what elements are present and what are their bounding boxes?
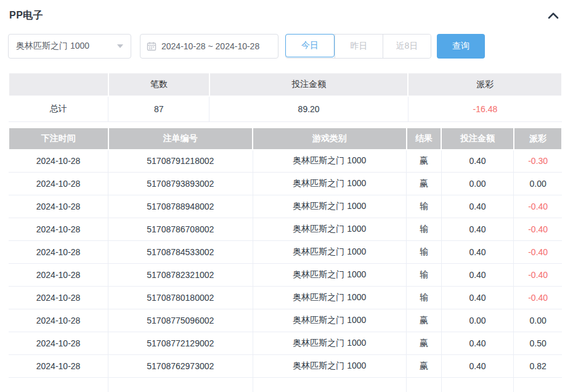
summary-header-count: 笔数 [108,73,209,96]
cell-bet-id: 51708775096002 [108,309,253,332]
cell-bet-time: 2024-10-28 [9,218,108,241]
cell-bet-id: 51708793893002 [108,173,253,195]
cell-bet-time: 2024-10-28 [9,309,108,332]
query-button[interactable]: 查询 [437,34,485,59]
table-row: 2024-10-28 51708780180002 奥林匹斯之门 1000 输 … [9,287,562,309]
cell-payout: -0.40 [514,241,562,264]
cell-bet-amount: 0.40 [441,195,514,218]
cell-game-category: 奥林匹斯之门 1000 [253,241,407,264]
cell-bet-id: 51708791218002 [108,150,253,173]
cell-bet-id: 51708784533002 [108,241,253,264]
cell-result: 赢 [407,309,442,332]
cell-bet-amount: 0.40 [441,241,514,264]
summary-header-empty [9,73,108,96]
cell-game-category: 奥林匹斯之门 1000 [253,264,407,287]
detail-header-game-category: 游戏类别 [253,128,407,150]
calendar-icon [147,41,156,51]
cell-bet-amount: 0.40 [441,264,514,287]
cell-game-category: 奥林匹斯之门 1000 [253,332,407,355]
cell-game-category: 奥林匹斯之门 1000 [253,195,407,218]
cell-bet-amount: 0.40 [441,150,514,173]
cell-payout: 0.00 [514,309,562,332]
table-row: 2024-10-28 51708786708002 奥林匹斯之门 1000 输 … [9,218,562,241]
detail-header-result: 结果 [407,128,442,150]
cell-game-category: 奥林匹斯之门 1000 [253,218,407,241]
cell-payout: -0.40 [514,264,562,287]
table-row: 2024-10-28 51708772129002 奥林匹斯之门 1000 赢 … [9,332,562,355]
detail-header-bet-id: 注单编号 [108,128,253,150]
cell-bet-id: 51708762973002 [108,355,253,378]
table-row: 2024-10-28 51708784533002 奥林匹斯之门 1000 输 … [9,241,562,264]
cell-game-category: 奥林匹斯之门 1000 [253,287,407,309]
pp-electronic-panel: PP电子 奥林匹斯之门 1000 [0,0,573,392]
panel-header: PP电子 [8,9,563,22]
cell-bet-time: 2024-10-28 [9,195,108,218]
cell-result: 赢 [407,150,442,173]
cell-bet-time: 2024-10-28 [9,287,108,309]
cell-payout: -0.40 [514,218,562,241]
cell-bet-time: 2024-10-28 [9,264,108,287]
table-row-partial [9,378,562,392]
cell-bet-time: 2024-10-28 [9,332,108,355]
date-range-picker[interactable]: 2024-10-28 ~ 2024-10-28 [140,34,278,59]
cell-result: 赢 [407,173,442,195]
cell-game-category: 奥林匹斯之门 1000 [253,309,407,332]
collapse-button[interactable] [545,9,561,22]
cell-result: 输 [407,195,442,218]
cell-result: 赢 [407,355,442,378]
cell-payout: 0.82 [514,355,562,378]
game-select[interactable]: 奥林匹斯之门 1000 [8,34,131,59]
cell-bet-id: 51708782321002 [108,264,253,287]
cell-bet-amount: 0.40 [441,332,514,355]
cell-bet-id: 51708780180002 [108,287,253,309]
date-range-value: 2024-10-28 ~ 2024-10-28 [161,41,259,51]
yesterday-button[interactable]: 昨日 [335,35,383,58]
detail-header-row: 下注时间 注单编号 游戏类别 结果 投注金额 派彩 [9,128,562,150]
cell-game-category: 奥林匹斯之门 1000 [253,173,407,195]
summary-total-row: 总计 87 89.20 -16.48 [9,96,562,121]
summary-table: 笔数 投注金额 派彩 总计 87 89.20 -16.48 [8,72,563,122]
cell-bet-amount: 0.40 [441,287,514,309]
cell-bet-amount: 0.40 [441,355,514,378]
detail-header-bet-time: 下注时间 [9,128,108,150]
table-row: 2024-10-28 51708762973002 奥林匹斯之门 1000 赢 … [9,355,562,378]
cell-bet-id: 51708788948002 [108,195,253,218]
cell-bet-amount: 0.00 [441,173,514,195]
cell-payout: 0.50 [514,332,562,355]
chevron-up-icon [548,12,559,19]
cell-game-category: 奥林匹斯之门 1000 [253,355,407,378]
table-row: 2024-10-28 51708793893002 奥林匹斯之门 1000 赢 … [9,173,562,195]
cell-bet-time: 2024-10-28 [9,173,108,195]
table-row: 2024-10-28 51708791218002 奥林匹斯之门 1000 赢 … [9,150,562,173]
chevron-down-icon [117,44,123,48]
bet-records-table: 下注时间 注单编号 游戏类别 结果 投注金额 派彩 2024-10-28 517… [8,127,563,392]
cell-bet-id: 51708786708002 [108,218,253,241]
page-title: PP电子 [9,9,43,22]
summary-total-label: 总计 [9,96,108,121]
table-row: 2024-10-28 51708788948002 奥林匹斯之门 1000 输 … [9,195,562,218]
cell-result: 赢 [407,332,442,355]
cell-payout: -0.30 [514,150,562,173]
cell-result: 输 [407,264,442,287]
cell-bet-id: 51708772129002 [108,332,253,355]
cell-payout: -0.40 [514,287,562,309]
table-row: 2024-10-28 51708782321002 奥林匹斯之门 1000 输 … [9,264,562,287]
detail-header-bet-amount: 投注金额 [441,128,514,150]
cell-payout: 0.00 [514,173,562,195]
game-select-value: 奥林匹斯之门 1000 [16,41,89,52]
cell-bet-time: 2024-10-28 [9,150,108,173]
summary-total-payout: -16.48 [408,96,562,121]
summary-header-bet-amount: 投注金额 [209,73,408,96]
cell-bet-amount: 0.40 [441,218,514,241]
cell-bet-time: 2024-10-28 [9,355,108,378]
today-button[interactable]: 今日 [285,34,335,57]
quick-range-group: 今日 昨日 近8日 [285,34,431,59]
filter-bar: 奥林匹斯之门 1000 2024-10-28 ~ 2024-10-28 [8,34,563,59]
summary-total-count: 87 [108,96,209,121]
detail-header-payout: 派彩 [514,128,562,150]
cell-bet-time: 2024-10-28 [9,241,108,264]
last8days-button[interactable]: 近8日 [383,35,431,58]
cell-payout: -0.40 [514,195,562,218]
table-row: 2024-10-28 51708775096002 奥林匹斯之门 1000 赢 … [9,309,562,332]
cell-result: 输 [407,287,442,309]
